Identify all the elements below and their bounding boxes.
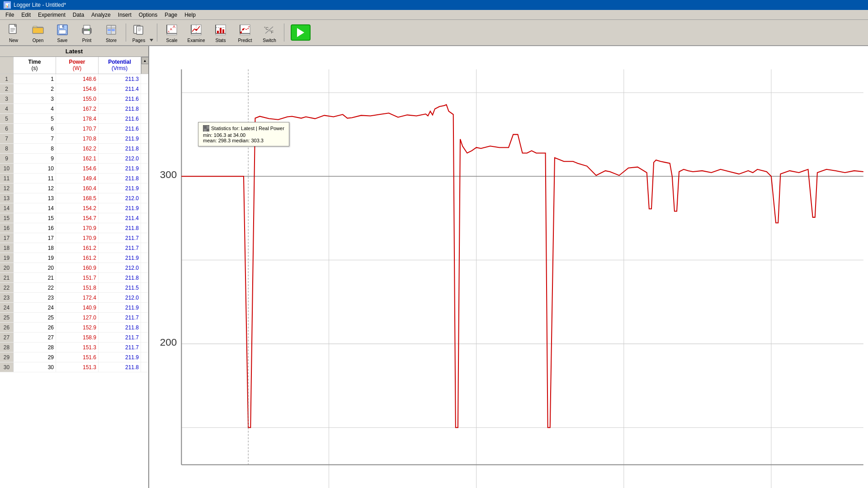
time-cell: 24 [14,303,56,312]
power-cell: 140.9 [56,303,99,312]
potential-column-header: Potential (Vrms) [99,57,141,74]
table-row: 25 25 127.0 211.7 [0,313,148,323]
power-cell: 170.9 [56,233,99,243]
table-row: 21 21 151.7 211.8 [0,273,148,283]
table-row: 16 16 170.9 211.8 [0,223,148,233]
predict-button[interactable]: Predict [233,21,257,44]
store-button[interactable]: Store [99,21,123,44]
data-panel: Latest Time (s) Power (W) Potential (Vrm… [0,46,149,488]
stats-drag-handle[interactable] [203,125,209,131]
potential-cell: 211.7 [99,243,141,253]
power-cell: 151.8 [56,283,99,292]
menu-page[interactable]: Page [161,11,181,19]
svg-point-16 [89,29,90,30]
table-row: 1 1 148.6 211.3 [0,74,148,84]
data-scroll-area[interactable]: 1 1 148.6 211.3 2 2 154.6 211.4 3 3 155.… [0,74,148,488]
time-cell: 11 [14,174,56,183]
svg-rect-15 [84,31,90,34]
scroll-spacer [141,174,148,183]
time-cell: 12 [14,183,56,193]
menu-options[interactable]: Options [135,11,161,19]
power-cell: 154.6 [56,84,99,94]
power-cell: 154.2 [56,203,99,213]
scale-button[interactable]: A A A Scale [160,21,184,44]
svg-rect-45 [222,29,224,33]
potential-cell: 211.9 [99,164,141,173]
separator-3 [284,23,284,42]
scroll-up-arrow[interactable]: ▲ [142,57,149,64]
potential-cell: 211.8 [99,223,141,233]
time-cell: 21 [14,273,56,282]
power-cell: 152.9 [56,323,99,332]
time-cell: 15 [14,213,56,223]
toolbar: New Open Save [0,20,868,46]
time-cell: 2 [14,84,56,94]
pages-dropdown-arrow[interactable] [149,21,154,44]
potential-cell: 211.7 [99,343,141,352]
scroll-spacer [141,283,148,292]
table-row: 3 3 155.0 211.6 [0,94,148,104]
menu-help[interactable]: Help [181,11,199,19]
table-row: 18 18 161.2 211.7 [0,243,148,253]
stats-mean: mean: 298.3 median: 303.3 [203,138,284,143]
time-cell: 20 [14,263,56,272]
potential-cell: 211.5 [99,283,141,292]
time-cell: 14 [14,203,56,213]
time-cell: 25 [14,313,56,322]
power-cell: 148.6 [56,74,99,84]
row-number: 14 [0,203,14,213]
scroll-spacer [141,253,148,263]
scroll-spacer [141,183,148,193]
row-number: 11 [0,174,14,183]
menu-file[interactable]: File [2,11,18,19]
menu-data[interactable]: Data [69,11,88,19]
svg-rect-74 [204,129,207,131]
row-number: 3 [0,94,14,103]
menu-experiment[interactable]: Experiment [34,11,69,19]
open-button[interactable]: Open [26,21,50,44]
time-cell: 7 [14,134,56,143]
table-row: 10 10 154.6 211.9 [0,164,148,174]
potential-cell: 211.8 [99,323,141,332]
graph-panel: Power (W) 300 200 [149,46,868,488]
row-number: 29 [0,352,14,362]
scroll-spacer [141,144,148,153]
row-number: 2 [0,84,14,94]
switch-button[interactable]: °C °F Switch [258,21,281,44]
table-header: Latest [0,46,148,57]
scroll-spacer [141,362,148,372]
stats-button[interactable]: Stats [209,21,232,44]
time-cell: 9 [14,154,56,163]
svg-rect-72 [207,129,209,131]
power-cell: 162.2 [56,144,99,153]
potential-cell: 211.7 [99,333,141,342]
potential-cell: 212.0 [99,193,141,203]
menu-edit[interactable]: Edit [18,11,34,19]
save-button[interactable]: Save [51,21,74,44]
play-icon [297,28,304,37]
row-number: 20 [0,263,14,272]
row-number: 23 [0,293,14,302]
time-cell: 29 [14,352,56,362]
table-row: 30 30 151.3 211.8 [0,362,148,372]
svg-rect-14 [84,25,90,29]
predict-label: Predict [238,38,252,43]
menu-analyze[interactable]: Analyze [88,11,114,19]
potential-cell: 211.4 [99,84,141,94]
pages-main-button[interactable]: Pages [129,21,149,44]
examine-button[interactable]: Examine [184,21,208,44]
row-number: 4 [0,104,14,113]
table-row: 8 8 162.2 211.8 [0,144,148,154]
svg-rect-20 [108,29,111,31]
svg-point-51 [242,28,244,30]
scroll-spacer [141,263,148,272]
time-cell: 23 [14,293,56,302]
switch-icon: °C °F [262,23,277,37]
play-button[interactable] [291,24,311,41]
print-button[interactable]: Print [75,21,99,44]
new-label: New [9,38,18,43]
menu-insert[interactable]: Insert [114,11,135,19]
row-number: 24 [0,303,14,312]
new-button[interactable]: New [2,21,25,44]
power-cell: 167.2 [56,104,99,113]
